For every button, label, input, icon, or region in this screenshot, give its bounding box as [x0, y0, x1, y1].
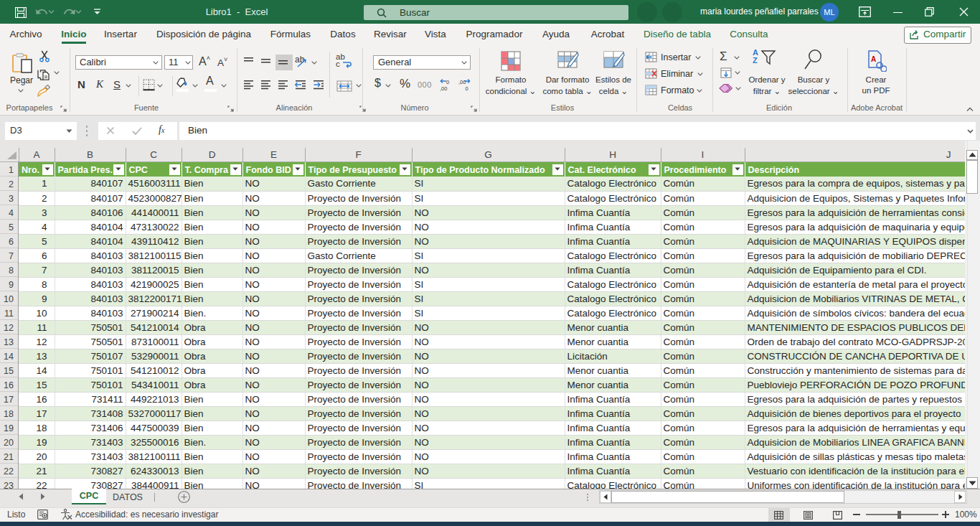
svg-text:0: 0	[466, 85, 468, 92]
svg-text:,00: ,00	[440, 85, 447, 92]
svg-text:A: A	[871, 55, 876, 63]
